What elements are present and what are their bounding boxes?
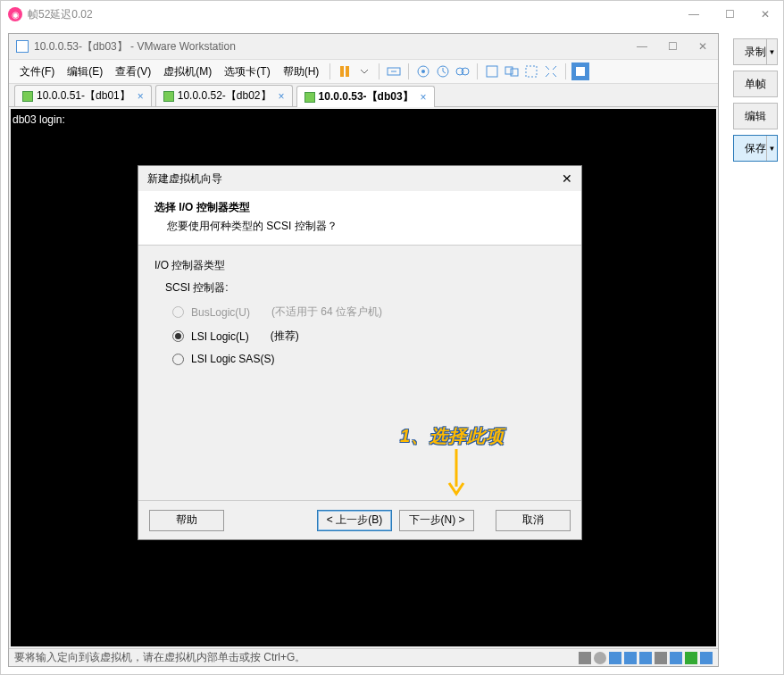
capture-window: ◉ 帧52延迟0.02 — ☐ ✕ 录制▼ 单帧 编辑 保存▼ 10.0.0.5… xyxy=(0,0,784,675)
menu-bar: 文件(F) 编辑(E) 查看(V) 虚拟机(M) 选项卡(T) 帮助(H) xyxy=(9,59,718,84)
help-button[interactable]: 帮助 xyxy=(149,510,224,531)
cd-icon[interactable] xyxy=(594,652,606,664)
radio-note: (不适用于 64 位客户机) xyxy=(271,304,382,320)
close-icon[interactable]: × xyxy=(279,90,285,103)
svg-rect-8 xyxy=(487,66,497,77)
svg-rect-11 xyxy=(526,66,537,77)
menu-vm[interactable]: 虚拟机(M) xyxy=(158,62,217,82)
fit-guest-icon[interactable] xyxy=(522,62,540,80)
svg-point-4 xyxy=(421,70,425,73)
cancel-button[interactable]: 取消 xyxy=(496,510,571,531)
hdd-icon[interactable] xyxy=(579,652,591,664)
svg-rect-0 xyxy=(340,66,344,77)
vmware-icon xyxy=(16,40,29,53)
snapshot-icon[interactable] xyxy=(414,62,432,80)
record-button[interactable]: 录制▼ xyxy=(733,38,778,65)
vm-tab-icon xyxy=(22,91,33,102)
radio-buslogic: BusLogic(U) (不适用于 64 位客户机) xyxy=(172,304,565,320)
status-text: 要将输入定向到该虚拟机，请在虚拟机内部单击或按 Ctrl+G。 xyxy=(14,650,305,665)
radio-label: LSI Logic SAS(S) xyxy=(191,353,274,365)
radio-lsilogic-sas[interactable]: LSI Logic SAS(S) xyxy=(172,353,565,365)
menu-help[interactable]: 帮助(H) xyxy=(278,62,325,82)
net-icon[interactable] xyxy=(624,652,637,664)
scsi-label: SCSI 控制器: xyxy=(165,280,565,296)
terminal-line: db03 login: xyxy=(13,113,65,126)
unity-icon[interactable] xyxy=(503,62,521,80)
vm-maximize-button[interactable]: ☐ xyxy=(657,34,688,59)
wizard-title-text: 新建虚拟机向导 xyxy=(147,171,222,187)
close-button[interactable]: ✕ xyxy=(747,1,783,28)
printer-icon[interactable] xyxy=(670,652,682,664)
wizard-header: 选择 I/O 控制器类型 您要使用何种类型的 SCSI 控制器？ xyxy=(138,191,581,246)
fit-window-icon[interactable] xyxy=(542,62,560,80)
vm-minimize-button[interactable]: — xyxy=(627,34,657,59)
status-tray xyxy=(579,652,713,664)
net2-icon[interactable] xyxy=(639,652,652,664)
sound-icon[interactable] xyxy=(685,652,697,664)
snapshot-manager-icon[interactable] xyxy=(454,62,471,80)
capture-titlebar: ◉ 帧52延迟0.02 xyxy=(1,1,783,28)
single-frame-button[interactable]: 单帧 xyxy=(733,71,778,97)
side-toolbar: 录制▼ 单帧 编辑 保存▼ xyxy=(733,38,778,167)
dropdown-icon[interactable] xyxy=(355,62,373,80)
close-icon[interactable]: × xyxy=(138,90,144,103)
msg-icon[interactable] xyxy=(700,652,713,664)
wizard-close-button[interactable]: ✕ xyxy=(562,171,572,186)
floppy-icon[interactable] xyxy=(609,652,621,664)
menu-file[interactable]: 文件(F) xyxy=(14,62,60,82)
svg-rect-1 xyxy=(346,66,349,77)
vmware-title-text: 10.0.0.53-【db03】 - VMware Workstation xyxy=(34,39,236,54)
svg-point-7 xyxy=(462,68,469,75)
radio-label: BusLogic(U) xyxy=(191,306,250,319)
menu-view[interactable]: 查看(V) xyxy=(110,62,156,82)
annotation-arrow-icon xyxy=(446,447,467,504)
wizard-heading: 选择 I/O 控制器类型 xyxy=(154,200,565,215)
wizard-dialog: 新建虚拟机向导 ✕ 选择 I/O 控制器类型 您要使用何种类型的 SCSI 控制… xyxy=(138,165,582,540)
send-keys-icon[interactable] xyxy=(385,62,403,80)
radio-icon xyxy=(172,306,184,318)
radio-icon xyxy=(172,354,184,365)
close-icon[interactable]: × xyxy=(421,91,427,104)
usb-icon[interactable] xyxy=(655,652,667,664)
vm-close-button[interactable]: ✕ xyxy=(688,34,718,59)
radio-note: (推荐) xyxy=(271,329,299,344)
back-button[interactable]: < 上一步(B) xyxy=(317,510,392,531)
wizard-group-label: I/O 控制器类型 xyxy=(154,258,565,273)
fullscreen-icon[interactable] xyxy=(483,62,501,80)
svg-rect-12 xyxy=(576,67,585,76)
radio-lsilogic[interactable]: LSI Logic(L) (推荐) xyxy=(172,329,565,344)
vmware-titlebar[interactable]: 10.0.0.53-【db03】 - VMware Workstation xyxy=(9,34,718,59)
tab-db01[interactable]: 10.0.0.51-【db01】× xyxy=(14,85,152,106)
svg-rect-9 xyxy=(505,67,513,74)
capture-title-text: 帧52延迟0.02 xyxy=(28,7,93,22)
wizard-titlebar[interactable]: 新建虚拟机向导 ✕ xyxy=(138,166,581,191)
tab-bar: 10.0.0.51-【db01】× 10.0.0.52-【db02】× 10.0… xyxy=(9,84,718,107)
wizard-body: I/O 控制器类型 SCSI 控制器: BusLogic(U) (不适用于 64… xyxy=(138,246,581,387)
menu-tabs[interactable]: 选项卡(T) xyxy=(219,62,275,82)
edit-button[interactable]: 编辑 xyxy=(733,103,778,129)
maximize-button[interactable]: ☐ xyxy=(712,1,747,28)
snapshot-revert-icon[interactable] xyxy=(434,62,452,80)
capture-app-icon: ◉ xyxy=(8,7,22,21)
status-bar: 要将输入定向到该虚拟机，请在虚拟机内部单击或按 Ctrl+G。 xyxy=(9,648,718,666)
radio-label: LSI Logic(L) xyxy=(191,330,249,343)
library-icon[interactable] xyxy=(571,62,589,80)
vm-tab-icon xyxy=(163,91,174,102)
svg-rect-10 xyxy=(511,69,518,76)
wizard-footer: 帮助 < 上一步(B) 下一步(N) > 取消 xyxy=(138,500,581,539)
annotation-text: 1、选择此项 xyxy=(400,424,505,448)
next-button[interactable]: 下一步(N) > xyxy=(399,510,474,531)
tab-db02[interactable]: 10.0.0.52-【db02】× xyxy=(155,85,293,106)
tab-db03[interactable]: 10.0.0.53-【db03】× xyxy=(296,86,435,107)
save-button[interactable]: 保存▼ xyxy=(733,135,778,162)
pause-icon[interactable] xyxy=(336,62,354,80)
vm-tab-icon xyxy=(304,92,315,103)
radio-icon xyxy=(172,330,184,342)
menu-edit[interactable]: 编辑(E) xyxy=(62,62,108,82)
wizard-subheading: 您要使用何种类型的 SCSI 控制器？ xyxy=(167,219,565,234)
minimize-button[interactable]: — xyxy=(676,1,712,28)
